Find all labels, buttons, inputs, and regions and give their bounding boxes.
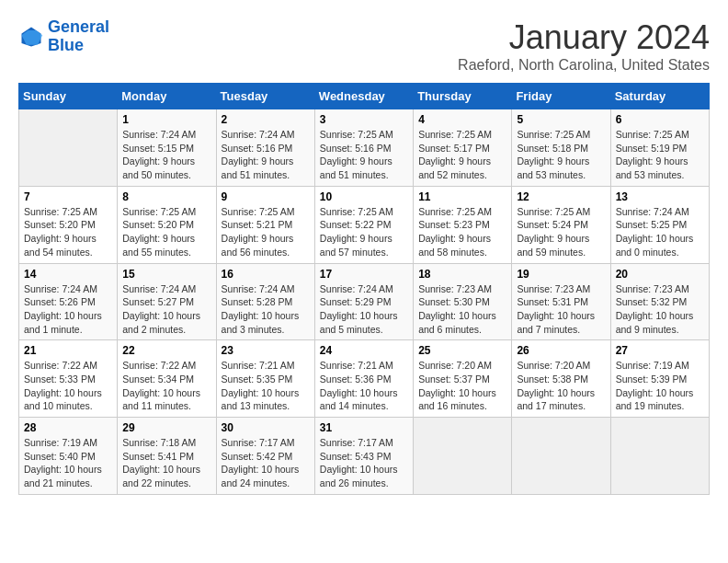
calendar-day-cell: 26Sunrise: 7:20 AMSunset: 5:38 PMDayligh…: [512, 340, 610, 418]
day-info: Sunrise: 7:24 AMSunset: 5:28 PMDaylight:…: [222, 282, 310, 337]
day-info: Sunrise: 7:17 AMSunset: 5:43 PMDaylight:…: [320, 436, 408, 490]
calendar-day-cell: [19, 109, 118, 187]
day-info: Sunrise: 7:23 AMSunset: 5:32 PMDaylight:…: [616, 282, 704, 337]
day-number: 31: [320, 421, 408, 434]
day-number: 22: [122, 344, 210, 357]
calendar-title: January 2024: [458, 18, 710, 57]
calendar-week-row: 14Sunrise: 7:24 AMSunset: 5:26 PMDayligh…: [19, 263, 710, 340]
calendar-day-cell: 9Sunrise: 7:25 AMSunset: 5:21 PMDaylight…: [216, 186, 314, 263]
day-number: 14: [24, 268, 112, 281]
logo-line2: Blue: [48, 36, 84, 54]
day-info: Sunrise: 7:25 AMSunset: 5:17 PMDaylight:…: [418, 128, 506, 182]
day-number: 6: [616, 113, 704, 126]
logo-icon: [18, 24, 44, 50]
day-number: 29: [122, 421, 210, 434]
calendar-day-cell: 31Sunrise: 7:17 AMSunset: 5:43 PMDayligh…: [314, 418, 413, 495]
day-info: Sunrise: 7:25 AMSunset: 5:20 PMDaylight:…: [122, 205, 210, 259]
day-info: Sunrise: 7:23 AMSunset: 5:31 PMDaylight:…: [517, 282, 605, 337]
day-number: 30: [222, 421, 310, 434]
calendar-day-cell: 27Sunrise: 7:19 AMSunset: 5:39 PMDayligh…: [610, 340, 709, 418]
calendar-day-cell: 19Sunrise: 7:23 AMSunset: 5:31 PMDayligh…: [512, 263, 610, 340]
calendar-body: 1Sunrise: 7:24 AMSunset: 5:15 PMDaylight…: [19, 109, 710, 495]
day-number: 9: [222, 190, 310, 203]
calendar-day-cell: 6Sunrise: 7:25 AMSunset: 5:19 PMDaylight…: [610, 109, 709, 187]
weekday-header: Sunday: [19, 84, 118, 109]
day-number: 1: [122, 113, 210, 126]
day-number: 10: [320, 190, 408, 203]
day-info: Sunrise: 7:20 AMSunset: 5:38 PMDaylight:…: [517, 359, 605, 413]
weekday-header: Saturday: [610, 84, 709, 109]
calendar-week-row: 21Sunrise: 7:22 AMSunset: 5:33 PMDayligh…: [19, 340, 710, 418]
calendar-day-cell: [610, 418, 709, 495]
day-info: Sunrise: 7:24 AMSunset: 5:25 PMDaylight:…: [616, 205, 704, 259]
day-info: Sunrise: 7:25 AMSunset: 5:24 PMDaylight:…: [517, 205, 605, 259]
page-header: General Blue January 2024 Raeford, North…: [18, 18, 710, 74]
calendar-day-cell: 17Sunrise: 7:24 AMSunset: 5:29 PMDayligh…: [314, 263, 413, 340]
day-number: 15: [122, 268, 210, 281]
logo-text: General Blue: [48, 18, 109, 55]
calendar-day-cell: 28Sunrise: 7:19 AMSunset: 5:40 PMDayligh…: [19, 418, 118, 495]
day-number: 19: [517, 268, 605, 281]
day-info: Sunrise: 7:24 AMSunset: 5:26 PMDaylight:…: [24, 282, 112, 337]
day-number: 17: [320, 268, 408, 281]
calendar-day-cell: 4Sunrise: 7:25 AMSunset: 5:17 PMDaylight…: [414, 109, 512, 187]
calendar-day-cell: 15Sunrise: 7:24 AMSunset: 5:27 PMDayligh…: [118, 263, 216, 340]
day-info: Sunrise: 7:25 AMSunset: 5:20 PMDaylight:…: [24, 205, 112, 259]
day-info: Sunrise: 7:24 AMSunset: 5:15 PMDaylight:…: [122, 128, 210, 182]
day-info: Sunrise: 7:24 AMSunset: 5:27 PMDaylight:…: [122, 282, 210, 337]
day-number: 12: [517, 190, 605, 203]
day-info: Sunrise: 7:24 AMSunset: 5:16 PMDaylight:…: [222, 128, 310, 182]
day-info: Sunrise: 7:21 AMSunset: 5:36 PMDaylight:…: [320, 359, 408, 413]
calendar-day-cell: 16Sunrise: 7:24 AMSunset: 5:28 PMDayligh…: [216, 263, 314, 340]
calendar-day-cell: 11Sunrise: 7:25 AMSunset: 5:23 PMDayligh…: [414, 186, 512, 263]
day-number: 3: [320, 113, 408, 126]
calendar-day-cell: 2Sunrise: 7:24 AMSunset: 5:16 PMDaylight…: [216, 109, 314, 187]
logo: General Blue: [18, 18, 109, 55]
day-info: Sunrise: 7:25 AMSunset: 5:22 PMDaylight:…: [320, 205, 408, 259]
calendar-day-cell: 1Sunrise: 7:24 AMSunset: 5:15 PMDaylight…: [118, 109, 216, 187]
calendar-day-cell: 8Sunrise: 7:25 AMSunset: 5:20 PMDaylight…: [118, 186, 216, 263]
calendar-day-cell: 30Sunrise: 7:17 AMSunset: 5:42 PMDayligh…: [216, 418, 314, 495]
day-number: 13: [616, 190, 704, 203]
day-info: Sunrise: 7:25 AMSunset: 5:23 PMDaylight:…: [418, 205, 506, 259]
day-number: 16: [222, 268, 310, 281]
calendar-day-cell: 10Sunrise: 7:25 AMSunset: 5:22 PMDayligh…: [314, 186, 413, 263]
calendar-day-cell: 13Sunrise: 7:24 AMSunset: 5:25 PMDayligh…: [610, 186, 709, 263]
calendar-day-cell: 23Sunrise: 7:21 AMSunset: 5:35 PMDayligh…: [216, 340, 314, 418]
calendar-week-row: 1Sunrise: 7:24 AMSunset: 5:15 PMDaylight…: [19, 109, 710, 187]
day-number: 25: [418, 344, 506, 357]
weekday-header: Monday: [118, 84, 216, 109]
calendar-day-cell: 14Sunrise: 7:24 AMSunset: 5:26 PMDayligh…: [19, 263, 118, 340]
day-number: 18: [418, 268, 506, 281]
day-number: 23: [222, 344, 310, 357]
calendar-day-cell: 22Sunrise: 7:22 AMSunset: 5:34 PMDayligh…: [118, 340, 216, 418]
day-number: 26: [517, 344, 605, 357]
day-info: Sunrise: 7:18 AMSunset: 5:41 PMDaylight:…: [122, 436, 210, 490]
calendar-subtitle: Raeford, North Carolina, United States: [458, 57, 710, 74]
calendar-header: SundayMondayTuesdayWednesdayThursdayFrid…: [19, 84, 710, 109]
day-number: 27: [616, 344, 704, 357]
day-number: 28: [24, 421, 112, 434]
title-block: January 2024 Raeford, North Carolina, Un…: [458, 18, 710, 74]
day-number: 2: [222, 113, 310, 126]
day-info: Sunrise: 7:25 AMSunset: 5:16 PMDaylight:…: [320, 128, 408, 182]
calendar-day-cell: 18Sunrise: 7:23 AMSunset: 5:30 PMDayligh…: [414, 263, 512, 340]
calendar-table: SundayMondayTuesdayWednesdayThursdayFrid…: [18, 83, 710, 495]
calendar-week-row: 28Sunrise: 7:19 AMSunset: 5:40 PMDayligh…: [19, 418, 710, 495]
weekday-header: Wednesday: [314, 84, 413, 109]
day-number: 11: [418, 190, 506, 203]
day-number: 7: [24, 190, 112, 203]
day-info: Sunrise: 7:22 AMSunset: 5:33 PMDaylight:…: [24, 359, 112, 413]
day-info: Sunrise: 7:22 AMSunset: 5:34 PMDaylight:…: [122, 359, 210, 413]
day-info: Sunrise: 7:24 AMSunset: 5:29 PMDaylight:…: [320, 282, 408, 337]
day-number: 24: [320, 344, 408, 357]
day-info: Sunrise: 7:20 AMSunset: 5:37 PMDaylight:…: [418, 359, 506, 413]
day-info: Sunrise: 7:21 AMSunset: 5:35 PMDaylight:…: [222, 359, 310, 413]
weekday-header: Thursday: [414, 84, 512, 109]
weekday-header: Tuesday: [216, 84, 314, 109]
day-info: Sunrise: 7:25 AMSunset: 5:21 PMDaylight:…: [222, 205, 310, 259]
weekday-row: SundayMondayTuesdayWednesdayThursdayFrid…: [19, 84, 710, 109]
calendar-day-cell: 20Sunrise: 7:23 AMSunset: 5:32 PMDayligh…: [610, 263, 709, 340]
calendar-day-cell: 12Sunrise: 7:25 AMSunset: 5:24 PMDayligh…: [512, 186, 610, 263]
day-number: 21: [24, 344, 112, 357]
